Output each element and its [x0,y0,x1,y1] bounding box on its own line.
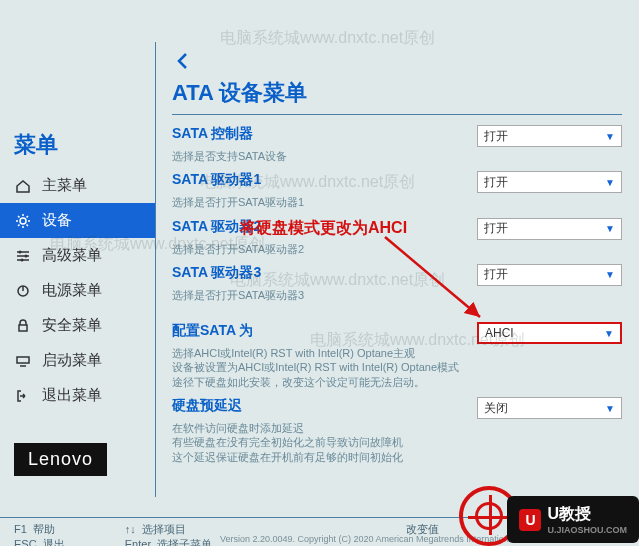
setting-label: SATA 驱动器2 [172,218,261,236]
main-panel: ATA 设备菜单 SATA 控制器 打开 ▼ 选择是否支持SATA设备 SATA… [172,78,622,472]
setting-hdd-delay: 硬盘预延迟 关闭 ▼ [172,397,622,419]
home-icon [14,177,32,195]
svg-point-1 [19,250,22,253]
dropdown-sata-drive2[interactable]: 打开 ▼ [477,218,622,240]
watermark-text: 电脑系统城www.dnxtc.net原创 [220,28,435,49]
sidebar-item-label: 主菜单 [42,176,87,195]
exit-icon [14,387,32,405]
setting-sata-drive1: SATA 驱动器1 打开 ▼ [172,171,622,193]
dropdown-sata-drive3[interactable]: 打开 ▼ [477,264,622,286]
dropdown-sata-drive1[interactable]: 打开 ▼ [477,171,622,193]
setting-sata-drive3: SATA 驱动器3 打开 ▼ [172,264,622,286]
boot-icon [14,352,32,370]
back-button[interactable] [172,50,194,76]
u-icon: U [519,509,541,531]
page-title: ATA 设备菜单 [172,78,622,108]
setting-description: 选择是否打开SATA驱动器1 [172,195,462,209]
footer-nav: ↑↓ 选择项目 Enter 选择子菜单 [125,522,212,546]
dropdown-value: 关闭 [484,400,508,417]
chevron-down-icon: ▼ [605,223,615,234]
setting-label: 配置SATA 为 [172,322,253,340]
svg-rect-6 [19,325,27,331]
dropdown-sata-controller[interactable]: 打开 ▼ [477,125,622,147]
dropdown-configure-sata[interactable]: AHCI ▼ [477,322,622,344]
sidebar-item-label: 高级菜单 [42,246,102,265]
sidebar-title: 菜单 [0,130,155,168]
sidebar-item-advanced[interactable]: 高级菜单 [0,238,155,273]
setting-sata-drive2: SATA 驱动器2 打开 ▼ [172,218,622,240]
vertical-divider [155,42,156,497]
gear-icon [14,212,32,230]
dropdown-value: AHCI [485,326,514,340]
setting-description: 在软件访问硬盘时添加延迟 有些硬盘在没有完全初始化之前导致访问故障机 这个延迟保… [172,421,462,464]
sidebar-item-label: 退出菜单 [42,386,102,405]
sidebar-item-power[interactable]: 电源菜单 [0,273,155,308]
corner-overlay: U U教授 U.JIAOSHOU.COM [459,486,639,546]
svg-point-2 [25,254,28,257]
chevron-down-icon: ▼ [605,177,615,188]
setting-sata-controller: SATA 控制器 打开 ▼ [172,125,622,147]
sidebar-item-devices[interactable]: 设备 [0,203,155,238]
power-icon [14,282,32,300]
sidebar-item-label: 设备 [42,211,72,230]
sidebar-item-boot[interactable]: 启动菜单 [0,343,155,378]
sidebar-item-security[interactable]: 安全菜单 [0,308,155,343]
footer-help: F1 帮助 ESC 退出 [14,522,65,546]
sidebar-item-main[interactable]: 主菜单 [0,168,155,203]
sidebar-item-label: 安全菜单 [42,316,102,335]
chevron-down-icon: ▼ [605,131,615,142]
chevron-down-icon: ▼ [605,403,615,414]
svg-point-3 [21,258,24,261]
setting-description: 选择是否支持SATA设备 [172,149,462,163]
setting-configure-sata: 配置SATA 为 AHCI ▼ [172,322,622,344]
dropdown-hdd-delay[interactable]: 关闭 ▼ [477,397,622,419]
corner-brand-badge: U U教授 U.JIAOSHOU.COM [507,496,639,543]
setting-description: 选择是否打开SATA驱动器2 [172,242,462,256]
dropdown-value: 打开 [484,266,508,283]
dropdown-value: 打开 [484,128,508,145]
sliders-icon [14,247,32,265]
setting-description: 选择AHCI或Intel(R) RST with Intel(R) Optane… [172,346,462,389]
setting-description: 选择是否打开SATA驱动器3 [172,288,462,302]
setting-label: SATA 驱动器1 [172,171,261,189]
dropdown-value: 打开 [484,174,508,191]
lock-icon [14,317,32,335]
sidebar-item-label: 电源菜单 [42,281,102,300]
chevron-down-icon: ▼ [605,269,615,280]
chevron-down-icon: ▼ [604,328,614,339]
svg-point-0 [20,218,26,224]
setting-label: SATA 驱动器3 [172,264,261,282]
sidebar-item-exit[interactable]: 退出菜单 [0,378,155,413]
dropdown-value: 打开 [484,220,508,237]
setting-label: 硬盘预延迟 [172,397,242,415]
brand-badge: Lenovo [14,443,107,476]
setting-label: SATA 控制器 [172,125,253,143]
title-divider [172,114,622,115]
sidebar-item-label: 启动菜单 [42,351,102,370]
svg-rect-7 [17,357,29,363]
